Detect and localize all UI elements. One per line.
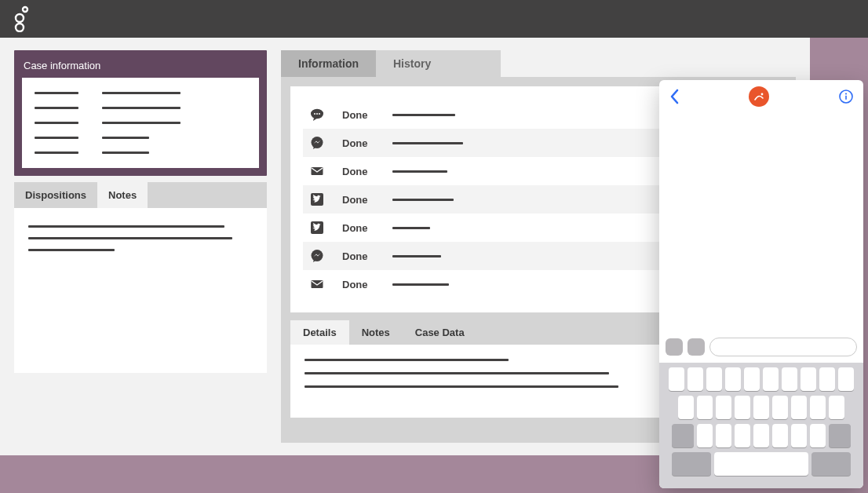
notes-pane — [14, 208, 267, 373]
phone-chat-area[interactable] — [659, 113, 863, 334]
placeholder-line — [392, 227, 430, 229]
svg-point-15 — [845, 93, 847, 94]
placeholder-line — [102, 122, 181, 124]
svg-point-6 — [319, 113, 320, 115]
svg-point-2 — [16, 24, 24, 31]
back-icon[interactable] — [669, 89, 680, 104]
tab-information[interactable]: Information — [281, 50, 376, 77]
placeholder-line — [305, 359, 509, 361]
info-icon[interactable] — [838, 89, 854, 104]
tab-history[interactable]: History — [376, 50, 448, 77]
mail-icon — [309, 276, 325, 292]
row-status: Done — [342, 250, 375, 262]
tab-notes-detail[interactable]: Notes — [349, 320, 403, 345]
tab-details[interactable]: Details — [290, 320, 349, 345]
svg-point-0 — [23, 7, 27, 12]
contact-avatar-icon[interactable] — [749, 86, 769, 107]
placeholder-line — [35, 107, 78, 109]
placeholder-line — [102, 137, 149, 139]
svg-point-4 — [314, 113, 315, 115]
placeholder-line — [392, 283, 449, 286]
message-input[interactable] — [709, 338, 857, 356]
phone-keyboard[interactable] — [659, 363, 863, 488]
placeholder-line — [102, 107, 181, 109]
placeholder-line — [392, 142, 463, 144]
case-info-body — [22, 78, 259, 168]
case-info-card: Case information — [14, 50, 267, 176]
messenger-icon — [309, 135, 325, 151]
placeholder-line — [28, 237, 232, 239]
svg-point-5 — [316, 113, 318, 115]
twitter-icon — [309, 220, 325, 236]
left-column: Case information — [14, 50, 267, 443]
row-status: Done — [342, 166, 375, 177]
placeholder-line — [392, 170, 447, 173]
phone-input-row — [659, 334, 863, 363]
row-status: Done — [342, 109, 375, 121]
row-status: Done — [342, 279, 375, 290]
left-tabs: Dispositions Notes — [14, 182, 267, 208]
placeholder-line — [35, 137, 78, 139]
placeholder-line — [28, 249, 115, 251]
placeholder-line — [28, 225, 224, 228]
row-status: Done — [342, 137, 375, 149]
row-status: Done — [342, 194, 375, 206]
tab-notes[interactable]: Notes — [97, 182, 148, 208]
placeholder-line — [35, 122, 78, 124]
placeholder-line — [35, 152, 78, 154]
placeholder-line — [35, 92, 78, 94]
svg-point-13 — [761, 93, 764, 96]
left-tabs-container: Dispositions Notes — [14, 182, 267, 373]
camera-button[interactable] — [666, 338, 683, 356]
twitter-icon — [309, 192, 325, 207]
placeholder-line — [392, 114, 455, 116]
placeholder-line — [305, 372, 609, 374]
placeholder-line — [102, 152, 149, 154]
apps-button[interactable] — [687, 338, 705, 356]
placeholder-line — [102, 92, 181, 94]
case-info-title: Case information — [24, 60, 259, 71]
svg-point-1 — [16, 14, 24, 22]
tab-dispositions[interactable]: Dispositions — [14, 182, 97, 208]
chat-icon — [309, 107, 325, 122]
messenger-icon — [309, 248, 325, 264]
mail-icon — [309, 163, 325, 179]
placeholder-line — [392, 199, 454, 201]
row-status: Done — [342, 222, 375, 234]
placeholder-line — [305, 385, 618, 388]
brand-logo-icon — [11, 5, 33, 32]
placeholder-line — [392, 255, 441, 257]
svg-rect-16 — [845, 96, 847, 100]
top-bar — [0, 0, 868, 38]
phone-header — [659, 80, 863, 113]
main-tabs: Information History — [281, 50, 501, 77]
phone-mock — [659, 80, 863, 488]
tab-case-data[interactable]: Case Data — [403, 320, 477, 345]
